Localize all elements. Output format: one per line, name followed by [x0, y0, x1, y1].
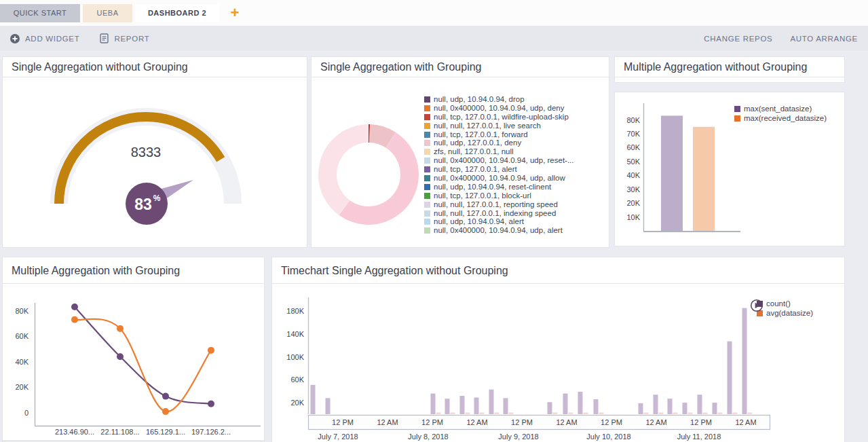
- donut-chart: null, udp, 10.94.0.94, dropnull, 0x40000…: [312, 77, 609, 247]
- change-repos-button[interactable]: CHANGE REPOS: [704, 35, 772, 43]
- svg-text:10K: 10K: [626, 213, 640, 221]
- widget-title: Multiple Aggregation with Grouping: [3, 257, 264, 284]
- tab-dashboard-2[interactable]: DASHBOARD 2: [135, 4, 219, 22]
- svg-text:12 PM: 12 PM: [690, 418, 712, 426]
- report-document-icon: [100, 33, 109, 43]
- svg-text:40K: 40K: [15, 358, 29, 366]
- svg-text:20K: 20K: [15, 383, 29, 391]
- tab-quick-start[interactable]: QUICK START: [0, 4, 80, 22]
- svg-text:12 PM: 12 PM: [332, 418, 354, 426]
- svg-text:8333: 8333: [131, 145, 162, 160]
- add-tab-button[interactable]: +: [226, 3, 244, 22]
- svg-text:180K: 180K: [286, 307, 304, 315]
- svg-text:0: 0: [24, 409, 29, 417]
- widget-multiple-aggregation-without-grouping-title[interactable]: Multiple Aggregation without Grouping: [614, 56, 845, 83]
- add-widget-label: ADD WIDGET: [25, 35, 79, 43]
- svg-text:165.129.1...: 165.129.1...: [146, 428, 185, 436]
- widget-title: Single Aggregation without Grouping: [3, 57, 307, 77]
- svg-text:12 AM: 12 AM: [556, 418, 577, 426]
- svg-text:20K: 20K: [626, 199, 640, 207]
- plus-circle-icon: [10, 34, 20, 43]
- report-label: REPORT: [114, 35, 149, 43]
- svg-text:12 PM: 12 PM: [421, 418, 443, 426]
- auto-arrange-button[interactable]: AUTO ARRANGE: [790, 35, 858, 43]
- widget-single-aggregation-without-grouping[interactable]: Single Aggregation without Grouping 8333…: [2, 56, 307, 248]
- add-widget-button[interactable]: ADD WIDGET: [10, 34, 79, 43]
- tab-bar: QUICK START UEBA DASHBOARD 2 +: [0, 0, 868, 26]
- widget-title: Multiple Aggregation without Grouping: [615, 57, 844, 77]
- svg-text:213.46.90...: 213.46.90...: [55, 428, 94, 436]
- svg-text:12 PM: 12 PM: [511, 418, 533, 426]
- svg-text:140K: 140K: [286, 330, 304, 338]
- widget-multiple-aggregation-with-grouping[interactable]: Multiple Aggregation with Grouping 020K4…: [2, 257, 265, 442]
- svg-text:12 AM: 12 AM: [645, 418, 666, 426]
- svg-text:60K: 60K: [290, 375, 304, 384]
- svg-text:60K: 60K: [626, 143, 640, 151]
- svg-text:197.126.2...: 197.126.2...: [191, 428, 231, 436]
- widget-single-aggregation-with-grouping[interactable]: Single Aggregation with Grouping null, u…: [311, 56, 609, 248]
- tab-ueba[interactable]: UEBA: [83, 4, 132, 22]
- dashboard-canvas: Single Aggregation without Grouping 8333…: [0, 51, 868, 442]
- svg-text:July 9, 2018: July 9, 2018: [498, 432, 538, 441]
- svg-text:40K: 40K: [626, 171, 640, 179]
- svg-text:July 7, 2018: July 7, 2018: [318, 432, 358, 441]
- svg-text:22.11.108...: 22.11.108...: [100, 428, 139, 436]
- svg-text:50K: 50K: [626, 158, 640, 166]
- widget-multiple-aggregation-without-grouping-body[interactable]: max(sent_datasize) max(received_datasize…: [614, 92, 845, 246]
- svg-text:80K: 80K: [626, 116, 640, 124]
- line-chart: 020K40K60K80K213.46.90...22.11.108...165…: [3, 284, 264, 442]
- dashboard-toolbar: ADD WIDGET REPORT CHANGE REPOS AUTO ARRA…: [0, 26, 868, 51]
- svg-text:July 11, 2018: July 11, 2018: [677, 432, 721, 441]
- svg-text:60K: 60K: [15, 332, 29, 340]
- gauge-chart: 833383%: [3, 77, 307, 247]
- svg-text:70K: 70K: [626, 130, 640, 138]
- widget-title: Single Aggregation with Grouping: [312, 57, 609, 77]
- svg-text:30K: 30K: [626, 185, 640, 194]
- widget-title: Timechart Single Aggregation without Gro…: [272, 257, 844, 284]
- svg-text:12 PM: 12 PM: [601, 418, 622, 426]
- widget-timechart-single-aggregation[interactable]: Timechart Single Aggregation without Gro…: [271, 257, 845, 442]
- svg-text:100K: 100K: [286, 353, 304, 361]
- svg-text:%: %: [153, 194, 161, 203]
- report-button[interactable]: REPORT: [100, 33, 149, 43]
- svg-text:83: 83: [134, 196, 152, 213]
- svg-text:20K: 20K: [290, 399, 304, 407]
- svg-text:July 10, 2018: July 10, 2018: [586, 432, 630, 441]
- svg-text:12 AM: 12 AM: [735, 418, 756, 426]
- svg-text:July 8, 2018: July 8, 2018: [408, 432, 448, 441]
- svg-text:80K: 80K: [15, 307, 29, 315]
- svg-text:12 AM: 12 AM: [466, 418, 487, 426]
- grouped-bar-chart: max(sent_datasize) max(received_datasize…: [615, 92, 844, 246]
- timechart: count() avg(datasize) 20K60K100K140K180K…: [272, 284, 844, 442]
- svg-text:12 AM: 12 AM: [377, 418, 398, 426]
